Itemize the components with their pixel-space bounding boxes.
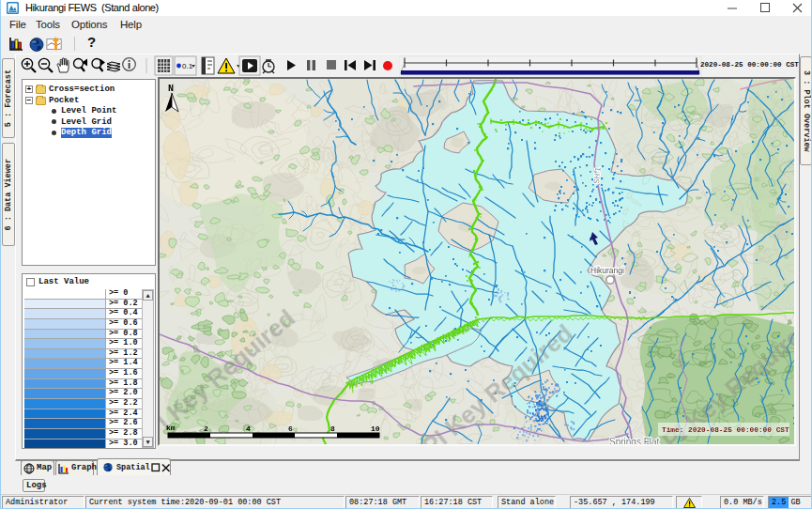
svg-text:SH 1: SH 1: [592, 166, 603, 184]
svg-text:0.1: 0.1: [182, 62, 193, 70]
svg-text:10: 10: [371, 424, 380, 433]
svg-text:km: km: [166, 424, 176, 432]
svg-text:Hikurangi: Hikurangi: [590, 266, 624, 275]
svg-text:Springs Flat: Springs Flat: [609, 437, 660, 444]
svg-text:2: 2: [204, 424, 208, 433]
svg-text:8: 8: [330, 424, 335, 433]
svg-text:4: 4: [246, 424, 251, 433]
svg-text:6: 6: [288, 424, 293, 433]
svg-text:N: N: [168, 84, 174, 94]
svg-text:Time: 2020-08-25 00:00:00 CST: Time: 2020-08-25 00:00:00 CST: [662, 426, 789, 434]
